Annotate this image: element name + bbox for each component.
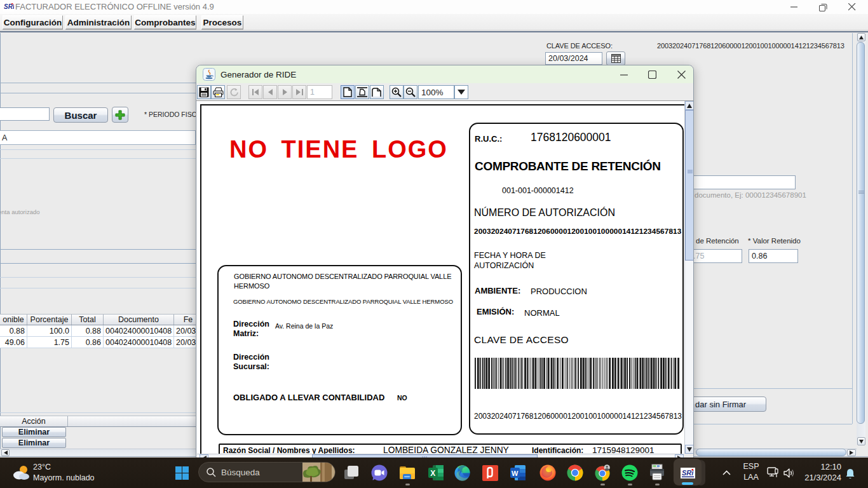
- volume-tray-button[interactable]: [782, 466, 796, 479]
- add-button[interactable]: [112, 107, 128, 123]
- weather-temp: 23°C: [33, 463, 51, 471]
- document-viewport[interactable]: NO TIENE LOGO R.U.C.: 1768120600001 COMP…: [197, 101, 693, 454]
- app-vscrollbar-thumb[interactable]: [857, 42, 865, 424]
- dialog-vscrollbar-thumb[interactable]: [685, 110, 693, 261]
- emision-value: NORMAL: [524, 308, 560, 318]
- ruc-value: 1768120600001: [531, 131, 611, 144]
- app-hscroll-left-button[interactable]: [1, 449, 10, 456]
- actual-size-button[interactable]: [355, 85, 369, 99]
- page-number-field[interactable]: 1: [307, 85, 332, 99]
- taskbar-app-excel[interactable]: X: [428, 464, 444, 481]
- generador-ride-dialog: Generador de RIDE: [196, 65, 694, 459]
- dialog-close-button[interactable]: [670, 65, 692, 83]
- search-box[interactable]: Búsqueda: [198, 462, 336, 482]
- reload-button[interactable]: [227, 85, 241, 99]
- print-button[interactable]: [211, 85, 225, 99]
- taskbar-app-spotify[interactable]: [621, 464, 638, 481]
- minimize-button[interactable]: [785, 0, 804, 14]
- guardar-sin-firmar-button[interactable]: dar sin Firmar: [690, 396, 766, 412]
- prev-page-button[interactable]: [263, 85, 277, 99]
- taskbar-app-printer[interactable]: [648, 464, 666, 482]
- identificacion-value: 1715948129001: [592, 445, 654, 454]
- language-indicator[interactable]: ESP LAA: [740, 462, 763, 484]
- sri-app-button[interactable]: SRi: [674, 459, 702, 485]
- menu-comprobantes[interactable]: Comprobantes: [134, 15, 196, 29]
- last-page-button[interactable]: [292, 85, 306, 99]
- save-button[interactable]: [197, 85, 211, 99]
- app-vscroll-down-button[interactable]: [857, 437, 865, 445]
- menu-administracion[interactable]: Administración: [65, 15, 132, 29]
- app-hscrollbar-thumb[interactable]: [696, 449, 846, 456]
- app-vscroll-up-button[interactable]: [857, 33, 865, 41]
- doc-client-box: Razón Social / Nombres y Apellidos: LOMB…: [219, 444, 682, 454]
- search-input[interactable]: [0, 107, 50, 121]
- next-page-button[interactable]: [278, 85, 292, 99]
- doc-emitter-box: GOBIERNO AUTONOMO DESCENTRALIZADO PARROQ…: [217, 265, 462, 435]
- porcentaje-retencion-field[interactable]: .75: [690, 249, 742, 263]
- search-icon: [207, 468, 216, 477]
- fit-width-button[interactable]: [370, 85, 384, 99]
- column-header[interactable]: Porcentaje: [27, 315, 72, 325]
- fecha-emision-field[interactable]: 20/03/2024: [545, 52, 602, 65]
- fit-page-button[interactable]: [341, 85, 355, 99]
- dialog-titlebar[interactable]: Generador de RIDE: [196, 65, 693, 83]
- zoom-combo-button[interactable]: [454, 85, 468, 99]
- next-page-icon: [282, 89, 288, 95]
- zoom-combo-field[interactable]: 100%: [418, 85, 454, 99]
- clave-acceso-doc-value: 2003202407176812060000120010010000014121…: [474, 412, 682, 421]
- close-button[interactable]: [843, 0, 862, 14]
- task-view-button[interactable]: [343, 464, 360, 481]
- taskbar-app-chrome[interactable]: [567, 464, 583, 481]
- weather-cloud-sun-icon: [11, 464, 31, 481]
- eliminar-button[interactable]: Eliminar: [2, 427, 66, 437]
- zoom-out-button[interactable]: [403, 85, 417, 99]
- dialog-minimize-button[interactable]: [613, 65, 635, 83]
- cuenta-combo[interactable]: A: [0, 130, 196, 145]
- calendar-button[interactable]: [606, 51, 625, 65]
- taskbar-app-word[interactable]: W: [510, 464, 526, 481]
- taskbar-app-pdf[interactable]: [482, 464, 498, 481]
- taskbar: 23°C Mayorm. nublado Búsqueda: [0, 458, 868, 488]
- identificacion-label: Identificación:: [532, 446, 583, 454]
- running-indicator: [628, 484, 632, 485]
- dialog-vscroll-up-button[interactable]: [685, 101, 693, 110]
- weather-widget[interactable]: 23°C Mayorm. nublado: [5, 459, 113, 487]
- notification-bell-button[interactable]: [844, 467, 857, 480]
- menu-procesos[interactable]: Procesos: [201, 15, 243, 29]
- app-hscroll-right-button[interactable]: [847, 449, 856, 456]
- accion-header-row: Acción: [0, 416, 196, 427]
- table-row[interactable]: 0.88100.00.8800402400001040820/03/2: [0, 325, 196, 337]
- buscar-button[interactable]: Buscar: [53, 107, 108, 123]
- maximize-button[interactable]: [813, 0, 832, 14]
- start-button[interactable]: [173, 464, 190, 481]
- taskbar-app-firefox[interactable]: [539, 464, 556, 481]
- clock[interactable]: 12:10 21/3/2024: [799, 462, 841, 484]
- taskbar-app-meet[interactable]: [371, 464, 388, 481]
- network-tray-button[interactable]: [766, 466, 780, 479]
- table-header-row: oniblePorcentajeTotalDocumentoFe: [0, 314, 196, 325]
- zoom-in-button[interactable]: [390, 85, 403, 99]
- dialog-vscroll-down-button[interactable]: [685, 445, 693, 454]
- table-cell: 0.86: [72, 337, 104, 348]
- eliminar-button[interactable]: Eliminar: [2, 438, 66, 448]
- valor-retenido-field[interactable]: 0.86: [749, 249, 798, 263]
- menubar: ConfiguraciónAdministraciónComprobantesP…: [0, 14, 868, 30]
- dialog-title: Generador de RIDE: [220, 70, 296, 79]
- column-header[interactable]: onible: [0, 315, 27, 325]
- menu-configuracion[interactable]: Configuración: [3, 15, 63, 29]
- doc-info-box: R.U.C.: 1768120600001 COMPROBANTE DE RET…: [469, 123, 684, 435]
- edge-icon: [454, 465, 470, 481]
- tray-chevron-button[interactable]: [719, 466, 733, 480]
- first-page-button[interactable]: [248, 85, 262, 99]
- razon-social-value: LOMBEIDA GONZALEZ JENNY: [383, 445, 509, 454]
- dialog-maximize-button[interactable]: [641, 65, 663, 83]
- taskbar-app-file-explorer[interactable]: [399, 464, 416, 481]
- column-header[interactable]: Total: [72, 315, 104, 325]
- documento-input[interactable]: [691, 175, 796, 189]
- table-row[interactable]: 49.061.750.8600402400001040820/03/2: [0, 337, 196, 348]
- network-display-icon: [767, 467, 780, 478]
- thumb-grip: [688, 170, 693, 173]
- taskbar-app-chrome-profile[interactable]: [594, 464, 611, 481]
- column-header[interactable]: Documento: [104, 315, 174, 325]
- taskbar-app-edge[interactable]: [454, 464, 470, 481]
